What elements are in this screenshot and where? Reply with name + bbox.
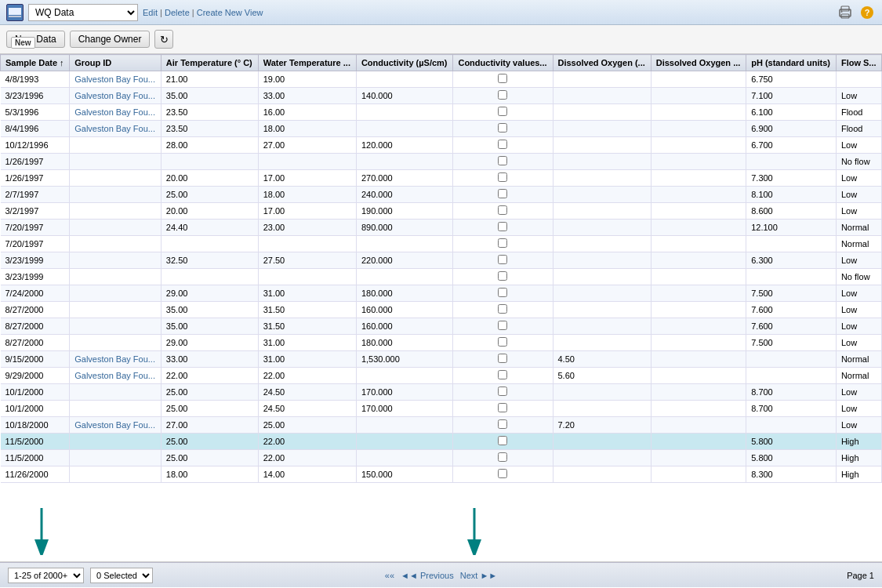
previous-page-button[interactable]: ◄◄ Previous [399, 571, 456, 580]
table-row[interactable]: 10/18/2000Galveston Bay Fou...27.0025.00… [1, 417, 882, 434]
table-row[interactable]: 9/15/2000Galveston Bay Fou...33.0031.001… [1, 351, 882, 368]
col-dissolved-oxygen2[interactable]: Dissolved Oxygen ... [651, 55, 746, 71]
create-new-view-link[interactable]: Create New View [197, 8, 263, 17]
table-row[interactable]: 3/23/1996Galveston Bay Fou...35.0033.001… [1, 88, 882, 104]
table-header-row: Sample Date ↑ Group ID Air Temperature (… [1, 55, 882, 71]
table-row[interactable]: 3/23/199932.5027.50220.0006.300Low [1, 252, 882, 269]
table-row[interactable]: 10/12/199628.0027.00120.0006.700Low [1, 137, 882, 154]
page-indicator: Page 1 [847, 571, 874, 580]
col-conductivity[interactable]: Conductivity (µS/cm) [356, 55, 453, 71]
table-row[interactable]: 11/26/200018.0014.00150.0008.300High [1, 466, 882, 483]
table-row[interactable]: 8/4/1996Galveston Bay Fou...23.5018.006.… [1, 121, 882, 137]
view-select[interactable]: WQ Data [28, 4, 138, 21]
svg-text:?: ? [865, 8, 870, 17]
svg-rect-1 [9, 8, 21, 15]
table-row[interactable]: 1/26/1997No flow [1, 154, 882, 170]
range-select[interactable]: 1-25 of 2000+ [8, 568, 84, 583]
selected-select[interactable]: 0 Selected [90, 568, 153, 583]
group-id-link[interactable]: Galveston Bay Fou... [74, 371, 155, 380]
new-data-button[interactable]: New Data [6, 31, 65, 48]
table-row[interactable]: 8/27/200035.0031.50160.0007.600Low [1, 318, 882, 335]
table-row[interactable]: 7/20/1997Normal [1, 236, 882, 252]
col-group-id[interactable]: Group ID [70, 55, 162, 71]
table-container[interactable]: Sample Date ↑ Group ID Air Temperature (… [0, 54, 882, 562]
delete-link[interactable]: Delete [165, 8, 190, 17]
status-bar: 1-25 of 2000+ 0 Selected «« ◄◄ Previous … [0, 562, 882, 587]
col-conductivity-values[interactable]: Conductivity values... [453, 55, 553, 71]
top-bar-right: ? [837, 4, 876, 21]
col-flow[interactable]: Flow S... [836, 55, 881, 71]
svg-point-6 [841, 11, 843, 13]
col-ph[interactable]: pH (standard units) [746, 55, 837, 71]
group-id-link[interactable]: Galveston Bay Fou... [74, 420, 155, 430]
top-bar-left: WQ Data Edit | Delete | Create New View [6, 4, 263, 21]
edit-link[interactable]: Edit [143, 8, 158, 17]
table-row[interactable]: 9/29/2000Galveston Bay Fou...22.0022.005… [1, 368, 882, 384]
group-id-link[interactable]: Galveston Bay Fou... [74, 354, 155, 364]
data-table: Sample Date ↑ Group ID Air Temperature (… [0, 54, 882, 483]
group-id-link[interactable]: Galveston Bay Fou... [74, 74, 155, 84]
table-row[interactable]: 11/5/200025.0022.005.800High [1, 450, 882, 466]
col-sample-date[interactable]: Sample Date ↑ [1, 55, 70, 71]
table-row[interactable]: 7/20/199724.4023.00890.00012.100Normal [1, 220, 882, 236]
refresh-button[interactable]: ↻ [154, 30, 173, 49]
next-page-button[interactable]: Next ►► [459, 571, 499, 580]
print-button[interactable] [837, 4, 854, 21]
toolbar: New Data Change Owner ↻ [0, 25, 882, 54]
group-id-link[interactable]: Galveston Bay Fou... [74, 91, 155, 100]
group-id-link[interactable]: Galveston Bay Fou... [74, 107, 155, 117]
table-row[interactable]: 8/27/200035.0031.50160.0007.600Low [1, 302, 882, 318]
table-row[interactable]: 11/5/200025.0022.005.800High [1, 434, 882, 450]
svg-rect-2 [9, 16, 21, 17]
table-row[interactable]: 8/27/200029.0031.00180.0007.500Low [1, 335, 882, 351]
table-row[interactable]: 10/1/200025.0024.50170.0008.700Low [1, 384, 882, 401]
app-icon [6, 4, 24, 21]
table-row[interactable]: 4/8/1993Galveston Bay Fou...21.0019.006.… [1, 71, 882, 88]
svg-rect-4 [841, 6, 849, 11]
top-bar-links: Edit | Delete | Create New View [143, 8, 263, 17]
col-air-temp[interactable]: Air Temperature (° C) [161, 55, 258, 71]
group-id-link[interactable]: Galveston Bay Fou... [74, 124, 155, 133]
help-button[interactable]: ? [858, 4, 876, 21]
table-row[interactable]: 10/1/200025.0024.50170.0008.700Low [1, 401, 882, 417]
table-row[interactable]: 1/26/199720.0017.00270.0007.300Low [1, 170, 882, 187]
col-dissolved-oxygen1[interactable]: Dissolved Oxygen (... [553, 55, 651, 71]
pagination-controls: «« ◄◄ Previous Next ►► [383, 571, 499, 580]
col-water-temp[interactable]: Water Temperature ... [258, 55, 356, 71]
top-bar: WQ Data Edit | Delete | Create New View … [0, 0, 882, 25]
table-row[interactable]: 7/24/200029.0031.00180.0007.500Low [1, 285, 882, 302]
change-owner-button[interactable]: Change Owner [70, 31, 151, 48]
table-row[interactable]: 3/23/1999No flow [1, 269, 882, 285]
first-page-button[interactable]: «« [383, 571, 396, 580]
status-left: 1-25 of 2000+ 0 Selected [8, 568, 153, 583]
table-row[interactable]: 3/2/199720.0017.00190.0008.600Low [1, 203, 882, 220]
table-row[interactable]: 5/3/1996Galveston Bay Fou...23.5016.006.… [1, 104, 882, 121]
table-row[interactable]: 2/7/199725.0018.00240.0008.100Low [1, 187, 882, 203]
